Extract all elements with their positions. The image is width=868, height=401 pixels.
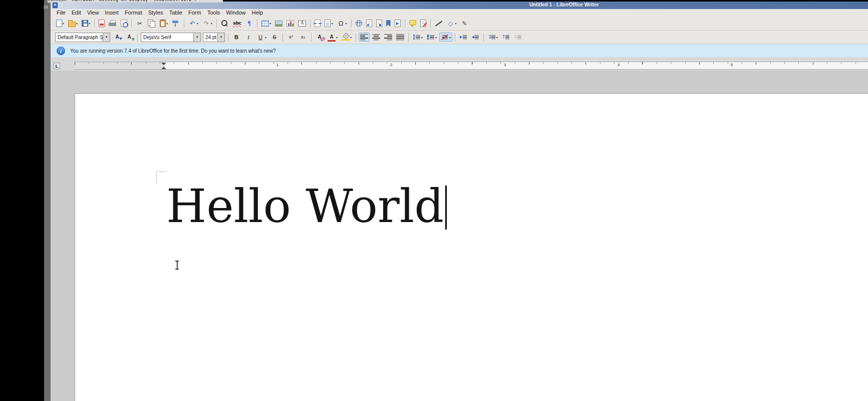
strikethrough-button[interactable]: S (269, 32, 280, 42)
decrease-indent-button[interactable] (470, 33, 481, 42)
font-name-combobox[interactable]: DejaVu Serif ▾ (141, 33, 201, 42)
underline-dropdown-icon[interactable]: ▾ (265, 36, 266, 39)
menu-tools[interactable]: Tools (204, 9, 223, 17)
font-name-dropdown-icon[interactable]: ▾ (193, 33, 200, 42)
paragraph-style-combobox[interactable]: Default Paragraph Style ▾ (55, 33, 110, 42)
menu-insert[interactable]: Insert (102, 9, 122, 17)
font-color-dropdown-icon[interactable]: ▾ (336, 36, 338, 39)
find-replace-button[interactable] (219, 19, 230, 28)
insert-special-character-dropdown-icon[interactable]: ▾ (345, 22, 347, 25)
line-spacing-dropdown-icon[interactable]: ▾ (496, 36, 498, 39)
print-button[interactable] (107, 19, 118, 28)
unordered-list-dropdown-icon[interactable]: ▾ (421, 36, 423, 39)
open-dropdown-icon[interactable]: ▾ (76, 22, 78, 25)
insert-hyperlink-button[interactable] (354, 19, 364, 28)
insert-field-dropdown-icon[interactable]: ▾ (331, 22, 333, 25)
paragraph-style-value[interactable]: Default Paragraph Style (56, 33, 103, 42)
superscript-button[interactable]: x² (285, 32, 297, 42)
insert-special-character-button[interactable]: Ω▾ (335, 19, 348, 29)
align-justify-button[interactable] (395, 33, 406, 42)
increase-indent-button[interactable] (458, 33, 469, 42)
ordered-list-button[interactable]: ▾ (425, 33, 438, 42)
formatting-marks-button[interactable]: ¶ (243, 19, 254, 29)
insert-line-button[interactable] (433, 19, 444, 28)
italic-button[interactable]: I (243, 32, 254, 42)
document-paragraph[interactable]: Hello World (166, 183, 447, 230)
no-list-dropdown-icon[interactable]: ▾ (449, 36, 451, 39)
save-dropdown-icon[interactable]: ▾ (89, 22, 90, 25)
tab-stop-selector[interactable]: L (54, 63, 60, 69)
line-spacing-button[interactable]: ▾ (486, 33, 499, 42)
new-style-from-selection-button[interactable]: A (124, 32, 135, 42)
copy-button[interactable] (146, 19, 157, 28)
font-size-value[interactable]: 24 pt (203, 33, 217, 42)
menu-form[interactable]: Form (185, 9, 204, 17)
print-preview-button[interactable] (119, 19, 129, 28)
undo-dropdown-icon[interactable]: ▾ (197, 22, 198, 25)
font-size-combobox[interactable]: 24 pt ▾ (203, 33, 225, 42)
subscript-button[interactable]: x₂ (298, 32, 309, 42)
underline-button[interactable]: U▾ (255, 32, 268, 42)
menu-window[interactable]: Window (223, 9, 248, 17)
increase-paragraph-spacing-button[interactable] (500, 33, 511, 42)
basic-shapes-button[interactable]: ◇▾ (445, 19, 458, 29)
insert-hyperlink-icon (356, 20, 362, 27)
insert-bookmark-button[interactable] (385, 19, 392, 28)
save-button[interactable]: ▾ (80, 19, 92, 28)
paragraph-style-dropdown-icon[interactable]: ▾ (103, 33, 110, 42)
highlight-color-button[interactable]: ▾ (340, 33, 353, 42)
document-page[interactable]: Hello World (75, 93, 868, 401)
horizontal-ruler[interactable]: 1 2 3 4 5 (75, 62, 868, 70)
font-name-value[interactable]: DejaVu Serif (141, 33, 193, 42)
insert-table-dropdown-icon[interactable]: ▾ (269, 22, 271, 25)
redo-button[interactable]: ↷▾ (201, 19, 214, 29)
font-size-dropdown-icon[interactable]: ▾ (217, 33, 224, 42)
menu-table[interactable]: Table (166, 9, 185, 17)
show-draw-functions-button[interactable]: ✎ (459, 19, 470, 29)
titlebar[interactable]: Untitled 1 - LibreOffice Writer (51, 2, 868, 9)
menu-view[interactable]: View (84, 9, 102, 17)
insert-endnote-button[interactable] (375, 19, 384, 28)
export-pdf-button[interactable] (97, 19, 106, 28)
track-changes-button[interactable] (419, 19, 428, 28)
insert-table-button[interactable]: ▾ (260, 20, 272, 28)
paste-button[interactable]: ▾ (158, 19, 169, 28)
update-selected-style-button[interactable]: A (112, 32, 123, 42)
open-button[interactable]: ▾ (67, 19, 79, 28)
menu-styles[interactable]: Styles (145, 9, 166, 17)
spelling-button[interactable]: abc (231, 19, 242, 29)
redo-dropdown-icon[interactable]: ▾ (211, 22, 212, 25)
insert-comment-button[interactable] (408, 19, 418, 28)
clear-formatting-button[interactable]: A (314, 32, 325, 42)
ordered-list-dropdown-icon[interactable]: ▾ (435, 36, 437, 39)
insert-textbox-button[interactable]: A (297, 20, 308, 28)
clone-formatting-button[interactable] (170, 19, 181, 28)
new-document-button[interactable]: ▾ (55, 19, 66, 28)
menu-edit[interactable]: Edit (69, 9, 84, 17)
font-color-button[interactable]: A▾ (326, 32, 339, 42)
insert-footnote-button[interactable] (365, 19, 374, 28)
insert-page-break-button[interactable] (313, 19, 322, 28)
basic-shapes-dropdown-icon[interactable]: ▾ (455, 22, 457, 25)
new-document-dropdown-icon[interactable]: ▾ (63, 22, 64, 25)
insert-chart-button[interactable] (285, 19, 296, 28)
align-left-button[interactable] (359, 33, 370, 42)
menu-file[interactable]: File (54, 9, 69, 17)
undo-button[interactable]: ↶▾ (187, 19, 200, 29)
menu-format[interactable]: Format (122, 9, 145, 17)
paste-dropdown-icon[interactable]: ▾ (166, 22, 168, 25)
insert-cross-reference-button[interactable] (393, 19, 402, 28)
highlight-color-dropdown-icon[interactable]: ▾ (350, 36, 352, 39)
align-right-button[interactable] (383, 33, 394, 42)
toolbar-separator (137, 33, 138, 42)
menu-help[interactable]: Help (248, 9, 266, 17)
decrease-paragraph-spacing-button[interactable] (512, 33, 523, 42)
align-center-button[interactable] (371, 33, 382, 42)
bold-button[interactable]: B (231, 32, 242, 42)
unordered-list-button[interactable]: ▾ (411, 33, 424, 42)
insert-field-button[interactable]: ▾ (323, 19, 334, 28)
insert-image-button[interactable] (273, 20, 284, 28)
cut-button[interactable]: ✂ (134, 19, 145, 29)
no-list-button[interactable]: ▾ (439, 33, 452, 42)
indent-marker-icon[interactable] (161, 63, 167, 69)
